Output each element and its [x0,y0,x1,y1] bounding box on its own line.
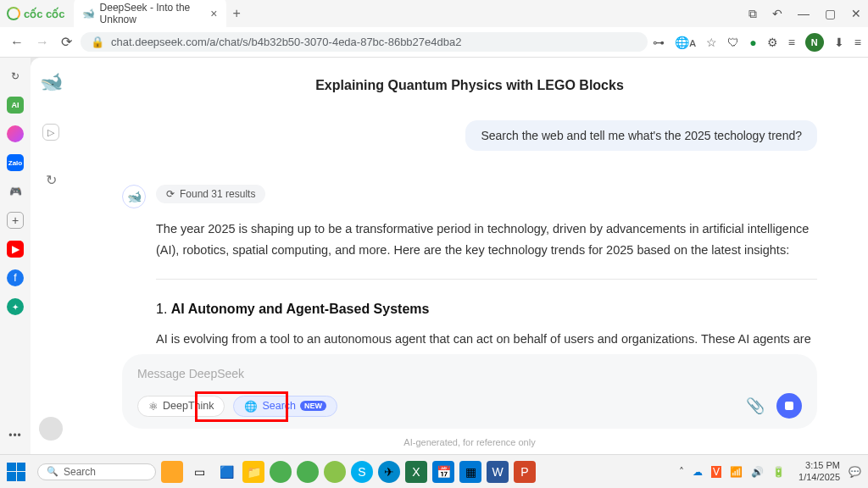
close-window-button[interactable]: ✕ [851,7,861,21]
brand-text: cốc cốc [24,8,65,20]
search-chip[interactable]: 🌐SearchNEW [233,396,337,417]
messenger-icon[interactable] [7,125,24,142]
word-icon[interactable]: W [487,461,509,483]
add-app-icon[interactable]: + [7,212,24,229]
file-explorer-icon[interactable]: 📁 [242,461,264,483]
excel-icon[interactable]: X [405,461,427,483]
bookmark-icon[interactable]: ☆ [706,36,717,49]
assistant-intro-text: The year 2025 is shaping up to be a tran… [156,219,817,260]
deepseek-logo-icon[interactable]: 🐋 [40,71,63,93]
history-icon[interactable]: ↻ [7,68,24,85]
onedrive-icon[interactable]: ☁ [693,466,703,478]
tab-favicon-icon: 🐋 [82,8,95,19]
forward-button: → [32,31,53,53]
screenshot-icon[interactable]: ⧉ [748,7,757,21]
tab-title: DeepSeek - Into the Unknow [100,2,204,25]
atom-icon: ⚛ [148,400,159,413]
deepseek-sidebar: 🐋 ▷ ↻ [31,58,71,454]
message-composer: ⚛DeepThink 🌐SearchNEW 📎 [122,354,817,429]
message-input[interactable] [137,367,802,380]
start-button[interactable] [7,463,25,481]
clock-date: 1/14/2025 [798,472,840,483]
facebook-icon[interactable]: f [7,269,24,286]
browser-tab-active[interactable]: 🐋 DeepSeek - Into the Unknow × [74,0,226,30]
wifi-icon[interactable]: 📶 [730,466,743,478]
telegram-icon[interactable]: ✈ [378,461,400,483]
address-bar: ← → ⟳ 🔒 chat.deepseek.com/a/chat/s/b4b32… [0,27,868,58]
assistant-avatar-icon: 🐋 [122,185,146,208]
profile-avatar[interactable]: N [805,33,824,52]
new-chat-icon[interactable]: ↻ [42,171,59,188]
assistant-message: 🐋 Found 31 results The year 2025 is shap… [122,185,817,371]
powerpoint-icon[interactable]: P [514,461,536,483]
new-badge: NEW [300,401,326,411]
app-blue-icon[interactable]: ▦ [459,461,481,483]
deepthink-label: DeepThink [163,400,214,412]
deepthink-chip[interactable]: ⚛DeepThink [137,396,225,417]
brand-icon [7,7,20,20]
stop-button[interactable] [776,393,802,419]
translate-icon[interactable]: 🌐ᴀ [675,36,696,49]
ai-icon[interactable]: AI [7,97,24,114]
globe-icon: 🌐 [244,400,258,413]
calendar-icon[interactable]: 📅 [432,461,454,483]
back-button[interactable]: ← [7,31,27,53]
attach-icon[interactable]: 📎 [746,396,765,415]
sort-icon[interactable]: ≡ [788,36,795,49]
app-green2-icon[interactable] [324,461,346,483]
battery-icon[interactable]: 🔋 [772,466,785,478]
notifications-icon[interactable]: 💬 [849,466,861,478]
url-input[interactable]: 🔒 chat.deepseek.com/a/chat/s/b4b32b50-30… [81,32,648,52]
chatgpt-icon[interactable]: ✦ [7,298,24,315]
tray-chevron-icon[interactable]: ˄ [679,466,684,478]
download-icon[interactable]: ⬇ [834,36,844,49]
maximize-button[interactable]: ▢ [825,7,836,21]
section-heading: AI Autonomy and Agent-Based Systems [156,302,817,317]
clock-time: 3:15 PM [798,460,840,471]
more-icon[interactable]: ••• [7,427,24,444]
avatar-letter: N [811,37,818,47]
lock-icon: 🔒 [91,36,104,48]
url-text: chat.deepseek.com/a/chat/s/b4b32b50-3070… [111,36,461,48]
tray-app-icon[interactable]: V [711,466,721,478]
shield-icon[interactable]: 🛡 [727,36,739,49]
system-tray: ˄ ☁ V 📶 🔊 🔋 3:15 PM 1/14/2025 💬 [679,460,861,482]
new-tab-button[interactable]: + [233,6,241,21]
user-message-bubble: Search the web and tell me what's the 20… [465,120,817,151]
skype-icon[interactable]: S [351,461,373,483]
browser-title-bar: cốc cốc 🐋 DeepSeek - Into the Unknow × +… [0,0,868,27]
windows-taskbar: Search ▭ 🟦 📁 S ✈ X 📅 ▦ W P ˄ ☁ V 📶 🔊 🔋 3… [0,454,868,488]
tab-close-icon[interactable]: × [210,7,217,20]
menu-icon[interactable]: ≡ [854,36,861,49]
taskbar-clock[interactable]: 3:15 PM 1/14/2025 [798,460,840,482]
conversation-title: Explaining Quantum Physics with LEGO Blo… [122,78,817,93]
reload-button[interactable]: ⟳ [58,30,75,53]
taskbar-app-1[interactable] [161,461,183,483]
task-view-icon[interactable]: ▭ [188,461,210,483]
key-icon[interactable]: ⊶ [653,36,665,49]
app-green-icon[interactable] [297,461,319,483]
coccoc-taskbar-icon[interactable] [270,461,292,483]
minimize-button[interactable]: — [798,7,810,21]
search-label: Search [262,400,296,412]
zalo-icon[interactable]: Zalo [7,154,24,171]
os-sidebar: ↻ AI Zalo 🎮 + ▶ f ✦ ••• [0,58,31,454]
browser-brand: cốc cốc [7,7,65,20]
chat-main: Explaining Quantum Physics with LEGO Blo… [71,58,868,454]
restore-nav-icon[interactable]: ↶ [772,7,782,21]
disclaimer-text: AI-generated, for reference only [71,437,868,447]
gamepad-icon[interactable]: 🎮 [7,183,24,200]
separator [156,279,817,280]
taskbar-search[interactable]: Search [37,463,156,480]
extension-circle-icon[interactable]: ● [749,36,756,49]
youtube-icon[interactable]: ▶ [7,241,24,258]
deepseek-page: 🐋 ▷ ↻ Explaining Quantum Physics with LE… [31,58,868,454]
collapse-icon[interactable]: ▷ [42,124,59,141]
copilot-icon[interactable]: 🟦 [215,461,237,483]
user-avatar[interactable] [39,417,63,441]
extensions-icon[interactable]: ⚙ [767,36,778,49]
volume-icon[interactable]: 🔊 [751,466,764,478]
search-results-pill[interactable]: Found 31 results [156,185,265,203]
